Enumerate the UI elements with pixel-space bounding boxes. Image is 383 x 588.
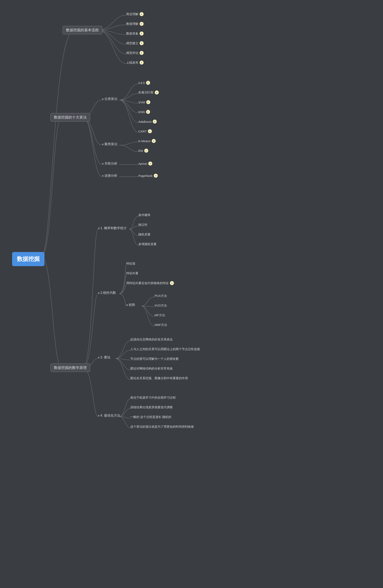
leaf-PageRank: PageRank ≡ — [138, 174, 158, 178]
badge-icon: ≡ — [155, 90, 159, 94]
leaf-label: PageRank — [138, 174, 152, 177]
badge-icon: ≡ — [140, 41, 144, 45]
leaf-最优化3: 一般的 这个过程是漫长 随机的 — [130, 415, 171, 419]
branch1-node: 数据挖掘的基本流程 — [63, 26, 102, 34]
leaf-特征向量: 特征向量 — [126, 271, 138, 275]
dot-icon — [102, 175, 104, 177]
leaf-label: 相当于机器学习中的自我学习过程 — [130, 396, 176, 399]
leaf-KNN: KNN ≡ — [138, 110, 150, 114]
leaf-图论1: 起源自社交网络的好友关系表达 — [130, 338, 173, 341]
root-node: 数据挖掘 — [12, 252, 44, 266]
dot-icon — [98, 228, 100, 229]
badge-icon: ≡ — [144, 149, 148, 153]
leaf-最优化2: 训练结果出现差异就要迭代调整 — [130, 405, 173, 409]
leaf-label: 一般的 这个过程是漫长 随机的 — [130, 415, 171, 419]
leaf-独立性: 独立性 — [138, 223, 148, 227]
leaf-label: 随机变量 — [138, 233, 150, 236]
leaf-label: 朴素贝叶斯 — [138, 91, 153, 94]
leaf-label: C4.5 — [138, 81, 145, 84]
sub-branch-聚类算法: 聚类算法 — [102, 142, 117, 147]
badge-icon: ≡ — [140, 32, 144, 36]
mind-map: 数据挖掘 数据挖掘的基本流程 商业理解 ≡ 数据理解 ≡ 数据准备 ≡ 模型建立… — [0, 0, 383, 588]
leaf-最优化1: 相当于机器学习中的自我学习过程 — [130, 396, 176, 399]
leaf-商业理解: 商业理解 ≡ — [126, 12, 144, 16]
leaf-AdaBoost: AdaBoost ≡ — [138, 120, 157, 124]
dot-icon — [102, 98, 104, 100]
dot-icon — [98, 292, 100, 294]
badge-icon: ≡ — [146, 100, 150, 104]
leaf-数据理解: 数据理解 ≡ — [126, 22, 144, 26]
leaf-label: KNN — [138, 110, 145, 114]
badge-icon: ≡ — [140, 51, 144, 55]
badge-icon: ≡ — [140, 22, 144, 26]
leaf-label: NMF方法 — [154, 323, 167, 327]
leaf-label: 特征值 — [126, 262, 135, 266]
badge-icon: ≡ — [170, 281, 174, 285]
leaf-Apriori: Apriori ≡ — [138, 162, 152, 166]
leaf-label: PCA方法 — [154, 294, 167, 298]
sub-branch-矩阵: 矩阵 — [126, 303, 135, 307]
badge-icon: ≡ — [146, 81, 150, 85]
badge-icon: ≡ — [148, 129, 152, 133]
badge-icon: ≡ — [153, 120, 157, 124]
leaf-图论5: 图论在关系挖掘、图像分割中有重要的作用 — [130, 376, 188, 380]
leaf-label: SVD方法 — [154, 304, 167, 308]
leaf-label: 用特征向量近似代表物体的特征 — [126, 281, 169, 285]
leaf-label: 训练结果出现差异就要迭代调整 — [130, 405, 173, 409]
leaf-SVD: SVD方法 — [154, 304, 167, 308]
sub-branch-关联分析: 关联分析 — [102, 162, 117, 166]
leaf-数据准备: 数据准备 ≡ — [126, 32, 144, 36]
leaf-最优化4: 这个算法的退出就是为了用更短的时间得到收敛 — [130, 425, 194, 429]
leaf-模型建立: 模型建立 ≡ — [126, 41, 144, 45]
leaf-C4.5: C4.5 ≡ — [138, 81, 150, 85]
badge-icon: ≡ — [152, 139, 156, 143]
dot-icon — [98, 415, 100, 417]
leaf-label: 这个算法的退出就是为了用更短的时间得到收敛 — [130, 425, 194, 429]
leaf-特征值: 特征值 — [126, 262, 135, 266]
sub-branch-分类算法: 分类算法 — [102, 97, 117, 101]
badge-icon: ≡ — [140, 12, 144, 16]
leaf-label: 特征向量 — [126, 271, 138, 275]
leaf-label: 条件概率 — [138, 213, 150, 217]
leaf-label: MF方法 — [154, 313, 165, 317]
badge-icon: ≡ — [140, 61, 144, 65]
dot-icon — [126, 304, 128, 306]
leaf-随机变量: 随机变量 — [138, 233, 150, 236]
leaf-label: SVM — [138, 101, 145, 104]
sub-branch-连接分析: 连接分析 — [102, 174, 117, 178]
leaf-PCA: PCA方法 — [154, 294, 167, 298]
leaf-label: 数据准备 — [126, 32, 138, 36]
leaf-多维随机变量: 多维随机变量 — [138, 242, 157, 246]
leaf-label: 起源自社交网络的好友关系表达 — [130, 338, 173, 341]
leaf-label: 模型建立 — [126, 42, 138, 45]
leaf-label: 多维随机变量 — [138, 242, 157, 246]
badge-icon: ≡ — [146, 110, 150, 114]
leaf-label: 模型评估 — [126, 51, 138, 55]
leaf-label: Apriori — [138, 162, 147, 165]
leaf-label: AdaBoost — [138, 120, 151, 123]
branch2-node: 数据挖掘的十大算法 — [50, 113, 90, 122]
badge-icon: ≡ — [154, 174, 158, 178]
leaf-模型评估: 模型评估 ≡ — [126, 51, 144, 55]
leaf-CART: CART ≡ — [138, 129, 152, 133]
leaf-图论3: 节点的度可以理解为一个人的朋友数 — [130, 357, 179, 361]
leaf-SVM: SVM ≡ — [138, 100, 150, 104]
leaf-EM: EM ≡ — [138, 149, 148, 153]
leaf-图论2: 人与人之间的关系可以用图论上的两个节点记性连接 — [130, 347, 200, 351]
sub-branch-图论: 3. 图论 — [98, 355, 110, 360]
leaf-上线发布: 上线发布 ≡ — [126, 61, 144, 65]
leaf-label: 节点的度可以理解为一个人的朋友数 — [130, 357, 179, 361]
leaf-label: CART — [138, 130, 147, 133]
leaf-label: K-Means — [138, 139, 150, 143]
leaf-MF: MF方法 — [154, 313, 165, 317]
badge-icon: ≡ — [148, 162, 152, 166]
leaf-label: 商业理解 — [126, 12, 138, 16]
dot-icon — [102, 163, 104, 165]
leaf-label: 图论在关系挖掘、图像分割中有重要的作用 — [130, 376, 188, 380]
sub-branch-线性代数: 2.线性代数 — [98, 291, 116, 295]
leaf-label: 独立性 — [138, 223, 148, 227]
branch3-node: 数据挖掘的数学原理 — [50, 363, 90, 372]
leaf-NMF: NMF方法 — [154, 323, 167, 327]
leaf-label: 数据理解 — [126, 22, 138, 26]
sub-branch-概率统计: 1. 概率和数学统计 — [98, 226, 127, 231]
